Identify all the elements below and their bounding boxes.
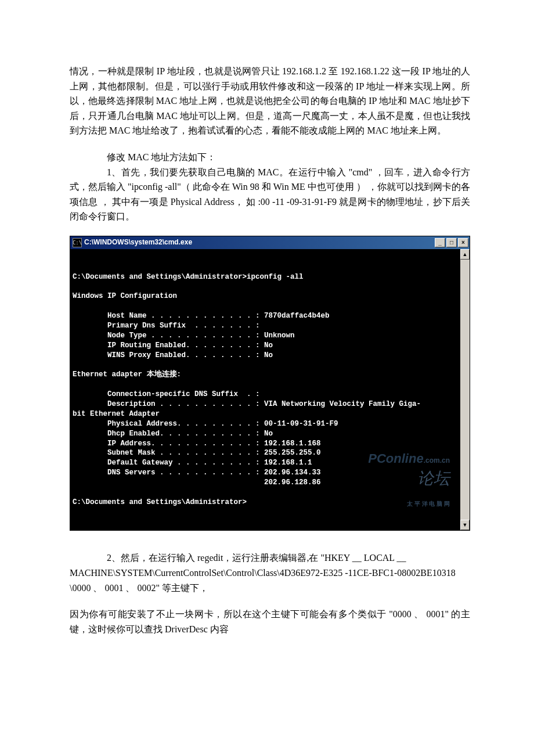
document-page: 情况，一种就是限制 IP 地址段，也就是说网管只让 192.168.1.2 至 … (0, 0, 534, 683)
cmd-text: C:\Documents and Settings\Administrator>… (73, 273, 421, 506)
method-step-1: 1、首先，我们要先获取自己电脑的 MAC。在运行中输入 "cmd" ，回车，进入… (70, 165, 470, 224)
method-title: 修改 MAC 地址方法如下： (70, 150, 470, 165)
cmd-body-wrap: C:\Documents and Settings\Administrator>… (70, 249, 470, 531)
cmd-scrollbar[interactable]: ▲ ▼ (460, 249, 470, 531)
scroll-up-button[interactable]: ▲ (460, 249, 470, 260)
paragraph-2: 修改 MAC 地址方法如下： 1、首先，我们要先获取自己电脑的 MAC。在运行中… (70, 150, 470, 224)
cmd-titlebar[interactable]: C:\ C:\WINDOWS\system32\cmd.exe _ □ × (70, 236, 470, 249)
watermark-domain: .com.cn (424, 456, 450, 465)
window-controls: _ □ × (435, 238, 468, 247)
cmd-app-icon: C:\ (73, 238, 82, 247)
scroll-down-button[interactable]: ▼ (460, 520, 470, 530)
watermark-logo: PConline (368, 451, 423, 466)
close-button[interactable]: × (458, 238, 468, 247)
cmd-window: C:\ C:\WINDOWS\system32\cmd.exe _ □ × C:… (70, 236, 470, 531)
watermark-cn: 太 平 洋 电 脑 网 (407, 501, 450, 507)
paragraph-4: 因为你有可能安装了不止一块网卡，所以在这个主键下可能会有多个类似于 "0000 … (70, 607, 470, 636)
minimize-button[interactable]: _ (435, 238, 445, 247)
paragraph-3: 2、然后，在运行输入 regedit，运行注册表编辑器,在 "HKEY __ L… (70, 550, 470, 595)
paragraph-1: 情况，一种就是限制 IP 地址段，也就是说网管只让 192.168.1.2 至 … (70, 64, 470, 138)
scroll-track[interactable] (460, 260, 470, 520)
cmd-output[interactable]: C:\Documents and Settings\Administrator>… (70, 249, 460, 531)
watermark-forum: 论坛 (417, 469, 450, 487)
cmd-title-text: C:\WINDOWS\system32\cmd.exe (84, 237, 192, 248)
maximize-button[interactable]: □ (446, 238, 457, 247)
watermark: PConline.com.cn 论坛 太 平 洋 电 脑 网 (349, 441, 450, 517)
cmd-title-left: C:\ C:\WINDOWS\system32\cmd.exe (73, 237, 192, 248)
